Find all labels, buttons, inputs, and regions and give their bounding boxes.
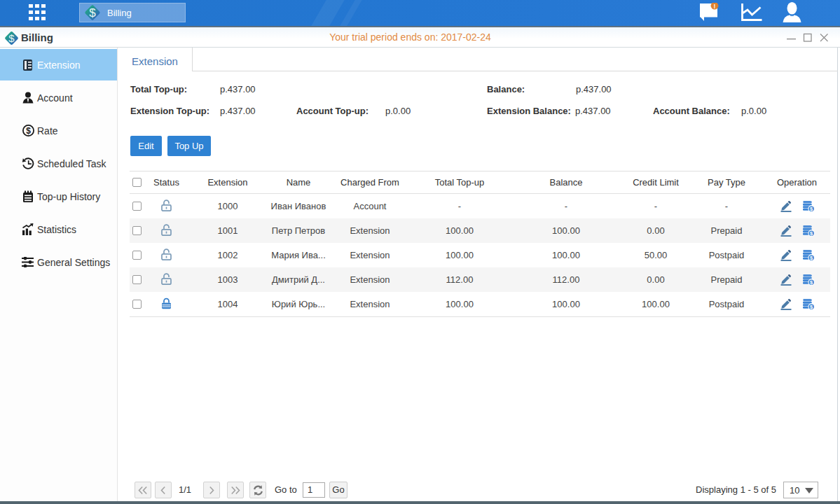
svg-text:!: !	[714, 3, 716, 10]
svg-text:$: $	[26, 126, 31, 136]
svg-text:$: $	[89, 6, 96, 20]
